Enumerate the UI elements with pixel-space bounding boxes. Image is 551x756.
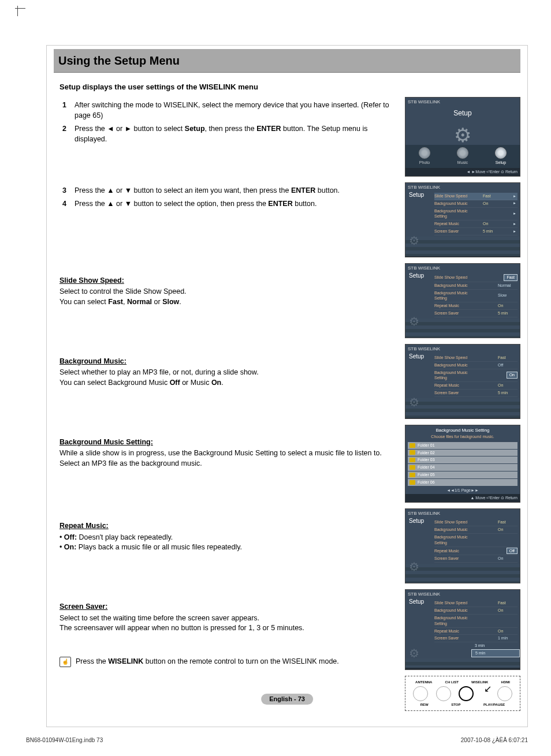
screenshot-footbar: ▲ Move ⏎Enter ⊙ Return bbox=[405, 494, 520, 502]
page-title: Using the Setup Menu bbox=[58, 54, 180, 67]
step-2: 2 Press the ◄ or ► button to select Setu… bbox=[59, 124, 391, 144]
folder-row: Folder 02 bbox=[408, 450, 518, 456]
saver-option-list: 3 min 5 min bbox=[471, 642, 520, 657]
page-number-badge: English - 73 bbox=[261, 694, 313, 705]
section-text: You can select Background Music bbox=[59, 379, 170, 387]
row-value: On bbox=[498, 527, 518, 533]
screenshot-footbar: ▲ Move ⏎Enter ⊙ Return bbox=[405, 668, 520, 670]
screenshot-setup-list: STB WISELINK Setup Slide Show SpeedFast►… bbox=[405, 182, 520, 257]
step-text: button. bbox=[293, 200, 317, 208]
folder-row: Folder 04 bbox=[408, 464, 518, 471]
music-icon bbox=[457, 147, 468, 159]
page-subtitle: Setup displays the user settings of the … bbox=[59, 82, 520, 92]
row-value-selected: Fast bbox=[504, 274, 518, 281]
screenshot-repeat-music: STB WISELINK Setup Slide Show SpeedFast … bbox=[405, 508, 520, 583]
step-number: 1 bbox=[59, 100, 66, 121]
row-value: 1 min bbox=[498, 635, 518, 641]
row-value: Fast bbox=[483, 193, 502, 199]
folder-icon bbox=[409, 465, 415, 470]
row-label: Background Music bbox=[434, 527, 474, 533]
bullet-on: • On: Plays back a music file or all mus… bbox=[59, 542, 391, 553]
row-label: Background Music Setting bbox=[434, 208, 474, 220]
setup-row-repeat: Repeat MusicOff bbox=[434, 547, 518, 556]
footer-right: 2007-10-08 ¿ÀÈÄ 6:07:21 bbox=[461, 736, 528, 744]
section-line: Select whether to play an MP3 file, or n… bbox=[59, 368, 391, 378]
chevron-right-icon: ► bbox=[512, 229, 518, 234]
row-label: Slide Show Speed bbox=[434, 519, 474, 525]
setup-row-saver: Screen Saver1 min bbox=[434, 635, 518, 642]
tip-bold: WISELINK bbox=[108, 657, 143, 665]
step-number: 2 bbox=[59, 124, 66, 144]
screenshot-title: Background Music Setting bbox=[405, 425, 520, 433]
gear-icon: ⚙ bbox=[445, 122, 480, 145]
folder-icon bbox=[409, 473, 415, 477]
remote-label: PLAY/PAUSE bbox=[483, 702, 505, 707]
step-number: 4 bbox=[59, 199, 66, 209]
section-text: or bbox=[152, 298, 162, 306]
row-label: Slide Show Speed bbox=[434, 275, 474, 280]
remote-label: HDMI bbox=[501, 680, 510, 684]
step-body: Press the ◄ or ► button to select Setup,… bbox=[75, 124, 391, 144]
row-label: Slide Show Speed bbox=[434, 193, 474, 199]
tab-label: Photo bbox=[419, 160, 430, 164]
setup-row-bgm: Background MusicOff bbox=[434, 362, 518, 369]
hand-icon: ☝ bbox=[59, 657, 71, 667]
setup-row-bgm: Background MusicOn► bbox=[434, 200, 518, 208]
row-label: Background Music bbox=[434, 608, 474, 613]
setup-row-bgms: Background Music Setting bbox=[434, 615, 518, 628]
tab-photo: Photo bbox=[407, 147, 441, 166]
screenshot-bgm-setting-folders: Background Music Setting Choose files fo… bbox=[405, 425, 520, 503]
section-line: You can select Fast, Normal or Slow. bbox=[59, 297, 391, 308]
crop-mark-top-left bbox=[15, 6, 25, 16]
row-value: 5 min bbox=[483, 229, 502, 234]
screenshot-tabs: Photo Music Setup bbox=[405, 145, 520, 168]
section-line: Select to set the waiting time before th… bbox=[59, 613, 391, 624]
section-screen-saver: Screen Saver: Select to set the waiting … bbox=[59, 602, 391, 634]
step-4: 4 Press the ▲ or ▼ button to select the … bbox=[59, 199, 391, 209]
setup-row-bgms: Background Music SettingOn bbox=[434, 369, 518, 383]
setup-row-slideshow: Slide Show SpeedFast bbox=[434, 274, 518, 282]
step-bold: ENTER bbox=[291, 186, 315, 194]
row-value: On bbox=[498, 303, 518, 309]
screenshot-title: Setup bbox=[409, 191, 424, 199]
section-background-music-setting: Background Music Setting: While a slide … bbox=[59, 437, 391, 469]
tab-label: Setup bbox=[496, 160, 506, 164]
row-value: On bbox=[483, 221, 502, 227]
bullet-text: Plays back a music file or all music fil… bbox=[76, 543, 242, 551]
row-label: Background Music Setting bbox=[434, 290, 474, 302]
row-label: Background Music bbox=[434, 362, 474, 368]
folder-label: Folder 02 bbox=[418, 450, 435, 456]
setup-row-repeat: Repeat MusicOn bbox=[434, 382, 518, 390]
row-label: Background Music Setting bbox=[434, 534, 474, 546]
folder-icon bbox=[409, 458, 415, 462]
row-label: Background Music bbox=[434, 283, 474, 289]
gear-icon: ⚙ bbox=[409, 313, 423, 327]
section-line: Select an MP3 file as the background mus… bbox=[59, 459, 391, 469]
footer-left: BN68-01094W-01Eng.indb 73 bbox=[26, 736, 103, 744]
tip-wiselink: ☝ Press the WISELINK button on the remot… bbox=[59, 657, 391, 667]
screenshot-header: STB WISELINK bbox=[405, 264, 520, 271]
row-label: Background Music Setting bbox=[434, 370, 474, 381]
chevron-right-icon: ► bbox=[512, 211, 518, 216]
screenshot-setup-main: STB WISELINK Setup ⚙ Photo Music Setup ◄… bbox=[405, 97, 520, 177]
chevron-right-icon: ► bbox=[512, 201, 518, 205]
step-text: button. bbox=[315, 186, 340, 194]
tip-text-part: button on the remote control to turn on … bbox=[143, 657, 338, 665]
gear-icon: ⚙ bbox=[409, 559, 423, 572]
remote-label: CH LIST bbox=[445, 680, 459, 684]
step-bold: ENTER bbox=[256, 125, 281, 133]
folder-icon bbox=[409, 443, 415, 448]
section-heading: Screen Saver: bbox=[59, 602, 391, 612]
folder-label: Folder 01 bbox=[418, 443, 435, 448]
section-line: While a slide show is in progress, use t… bbox=[59, 448, 391, 459]
tab-music: Music bbox=[445, 147, 479, 166]
page-frame: Using the Setup Menu Setup displays the … bbox=[46, 45, 528, 727]
tip-text-part: Press the bbox=[76, 657, 108, 665]
bullet-label: Off: bbox=[64, 533, 77, 541]
row-value: 5 min bbox=[498, 310, 518, 316]
screenshot-header: STB WISELINK bbox=[405, 183, 520, 190]
screenshot-header: STB WISELINK bbox=[405, 98, 520, 105]
remote-hdmi-button bbox=[497, 686, 512, 701]
step-body: After switching the mode to WISELINK, se… bbox=[75, 100, 391, 121]
screenshot-footbar: ▲ Move ⏎Enter ⊙ Return bbox=[405, 256, 520, 257]
